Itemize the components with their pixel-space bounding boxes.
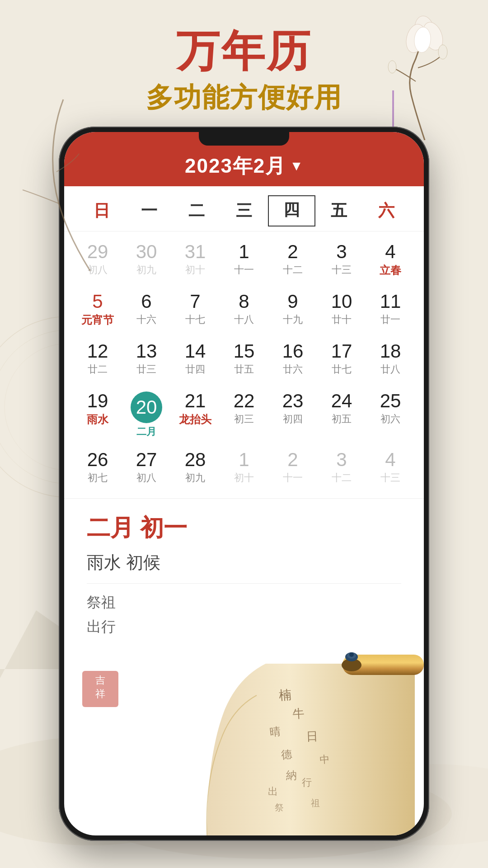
svg-text:牛: 牛: [292, 707, 305, 721]
app-title-sub: 多功能方便好用: [0, 80, 488, 116]
weekday-thu: 四: [268, 195, 315, 226]
weekday-tue: 二: [173, 195, 220, 226]
table-row[interactable]: 22初三: [220, 385, 268, 444]
table-row[interactable]: 10廿十: [317, 286, 366, 335]
table-row[interactable]: 28初九: [171, 444, 220, 494]
weekday-sat: 六: [363, 195, 410, 226]
phone-screen: 2023年2月 ▼ 日 一 二 三 四 五 六 29初八 30初九 31初十: [64, 132, 424, 835]
table-row[interactable]: 3十二: [317, 444, 366, 494]
svg-text:日: 日: [306, 730, 318, 743]
table-row[interactable]: 2十二: [268, 236, 317, 286]
svg-text:吉: 吉: [95, 675, 105, 686]
table-row[interactable]: 25初六: [366, 385, 415, 444]
table-row[interactable]: 2十一: [268, 444, 317, 494]
table-row[interactable]: 4立春: [366, 236, 415, 286]
table-row[interactable]: 8十八: [220, 286, 268, 335]
table-row[interactable]: 1初十: [220, 444, 268, 494]
table-row[interactable]: 7十七: [171, 286, 220, 335]
svg-text:祥: 祥: [95, 688, 105, 699]
table-row[interactable]: 19雨水: [73, 385, 122, 444]
table-row[interactable]: 29初八: [73, 236, 122, 286]
table-row[interactable]: 9十九: [268, 286, 317, 335]
svg-text:中: 中: [319, 754, 330, 765]
svg-text:德: 德: [281, 748, 292, 761]
phone-notch: [199, 132, 289, 146]
svg-point-24: [349, 652, 354, 657]
table-row[interactable]: 13廿三: [122, 335, 171, 385]
svg-text:祭: 祭: [275, 802, 284, 812]
svg-text:晴: 晴: [269, 725, 281, 738]
table-row[interactable]: 16廿六: [268, 335, 317, 385]
calendar-grid: 29初八 30初九 31初十 1十一 2十二 3十三 4立春 5元宵节: [64, 231, 424, 498]
weekday-sun: 日: [78, 195, 125, 226]
year-month-display: 2023年2月: [185, 153, 286, 179]
table-row[interactable]: 17廿七: [317, 335, 366, 385]
svg-text:出: 出: [268, 786, 278, 797]
table-row[interactable]: 30初九: [122, 236, 171, 286]
weekday-wed: 三: [220, 195, 267, 226]
month-dropdown-icon[interactable]: ▼: [290, 158, 303, 174]
selected-date-cell[interactable]: 20 二月: [122, 385, 171, 444]
table-row[interactable]: 27初八: [122, 444, 171, 494]
weekday-header-row: 日 一 二 三 四 五 六: [64, 186, 424, 231]
app-title-main: 万年历: [0, 27, 488, 75]
weekday-fri: 五: [315, 195, 363, 226]
table-row[interactable]: 5元宵节: [73, 286, 122, 335]
svg-text:行: 行: [302, 777, 312, 788]
table-row[interactable]: 21龙抬头: [171, 385, 220, 444]
table-row[interactable]: 4十三: [366, 444, 415, 494]
phone-frame: 2023年2月 ▼ 日 一 二 三 四 五 六 29初八 30初九 31初十: [59, 127, 429, 841]
svg-text:納: 納: [286, 769, 297, 781]
table-row[interactable]: 12廿二: [73, 335, 122, 385]
table-row[interactable]: 11廿一: [366, 286, 415, 335]
table-row[interactable]: 15廿五: [220, 335, 268, 385]
table-row[interactable]: 24初五: [317, 385, 366, 444]
table-row[interactable]: 26初七: [73, 444, 122, 494]
table-row[interactable]: 3十三: [317, 236, 366, 286]
weekday-mon: 一: [125, 195, 173, 226]
table-row[interactable]: 1十一: [220, 236, 268, 286]
svg-text:祖: 祖: [311, 798, 320, 808]
table-row[interactable]: 14廿四: [171, 335, 220, 385]
table-row[interactable]: 23初四: [268, 385, 317, 444]
table-row[interactable]: 31初十: [171, 236, 220, 286]
table-row[interactable]: 18廿八: [366, 335, 415, 385]
cn-date-display: 二月 初一: [87, 512, 401, 544]
svg-text:楠: 楠: [278, 688, 292, 703]
table-row[interactable]: 6十六: [122, 286, 171, 335]
